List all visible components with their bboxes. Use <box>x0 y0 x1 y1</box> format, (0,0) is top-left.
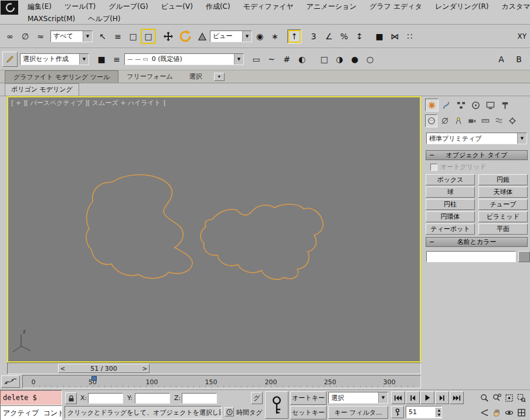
space-warps-category-button[interactable] <box>492 114 505 127</box>
select-and-manipulate-icon[interactable]: ∗ <box>267 29 283 44</box>
time-slider-handle[interactable]: < 51 / 300 > <box>58 364 150 373</box>
menu-maxscript[interactable]: MAXScript(M) <box>21 15 81 23</box>
go-to-start-button[interactable] <box>391 391 405 404</box>
object-name-input[interactable] <box>426 251 516 262</box>
spinner-snap-icon[interactable]: ↕ <box>352 29 367 44</box>
edit-named-selection-sets-button[interactable] <box>2 52 18 67</box>
lights-category-button[interactable] <box>452 114 464 127</box>
layer-list-icon[interactable]: ≡ <box>109 52 124 67</box>
geometry-category-button[interactable] <box>425 114 437 127</box>
percent-snap-icon[interactable]: % <box>337 29 352 44</box>
align-icon[interactable]: ∷ <box>402 29 417 44</box>
bind-to-spacewarp-icon[interactable]: ≈ <box>33 29 48 44</box>
spinner-up-icon[interactable]: ▲ <box>436 408 441 412</box>
perspective-viewport[interactable]: [ + ][ パースペクティブ ][ スムーズ + ハイライト ] z <box>7 96 421 363</box>
menu-customize[interactable]: カスタマイズ(U) <box>495 2 530 12</box>
layer-manager-icon[interactable]: ■ <box>94 52 109 67</box>
grid-setting-clipped-button[interactable]: グ <box>251 392 263 404</box>
ribbon-tab-freeform[interactable]: フリーフォーム <box>118 70 181 83</box>
plane-button[interactable]: 平面 <box>478 223 528 235</box>
z-coordinate-field[interactable] <box>182 393 217 404</box>
box-button[interactable]: ボックス <box>426 174 475 185</box>
cameras-category-button[interactable] <box>466 114 478 127</box>
x-coordinate-field[interactable] <box>88 393 123 404</box>
dropdown-arrow-icon[interactable]: ▼ <box>83 31 92 42</box>
auto-key-button[interactable]: オートキー <box>290 391 327 405</box>
menu-views[interactable]: ビュー(V) <box>155 2 199 12</box>
use-pivot-point-icon[interactable]: ◉ <box>252 29 267 44</box>
polygon-modeling-tab[interactable]: ポリゴン モデリング <box>5 83 79 96</box>
maximize-viewport-toggle[interactable] <box>515 405 527 419</box>
current-frame-marker[interactable] <box>91 376 97 381</box>
menu-modifiers[interactable]: モディファイヤ <box>237 2 300 12</box>
select-and-move-button[interactable] <box>161 29 176 44</box>
rendered-frame-window-icon[interactable]: ◑ <box>332 52 347 67</box>
ribbon-tab-graphite[interactable]: グラファイト モデリング ツール <box>5 70 118 83</box>
named-selection-sets-icon[interactable]: ■ <box>372 29 387 44</box>
zoom-region-button[interactable] <box>515 391 527 405</box>
menu-animation[interactable]: アニメーション <box>300 2 363 12</box>
sphere-button[interactable]: 球 <box>426 187 475 198</box>
select-and-link-icon[interactable]: ∞ <box>2 29 18 44</box>
systems-category-button[interactable] <box>506 114 518 127</box>
material-editor-icon[interactable]: ◐ <box>294 52 310 67</box>
menu-group[interactable]: グループ(G) <box>102 2 155 12</box>
dropdown-arrow-icon[interactable]: ▼ <box>234 54 243 65</box>
cylinder-button[interactable]: 円柱 <box>426 199 475 210</box>
maxscript-listener-line2[interactable]: アクティブ コント <box>0 405 62 420</box>
named-selection-sets-dropdown[interactable]: 選択セット作成 ▼ <box>20 53 89 65</box>
window-crossing-toggle[interactable]: □ <box>141 29 156 44</box>
zoom-extents-button[interactable] <box>503 391 515 405</box>
axis-constraint-clipped-label[interactable]: XY <box>516 32 528 40</box>
create-tab[interactable] <box>425 99 439 111</box>
dropdown-arrow-icon[interactable]: ▼ <box>517 133 526 144</box>
autogrid-checkbox[interactable] <box>430 164 437 171</box>
select-object-icon[interactable]: ↖ <box>95 29 110 44</box>
zoom-all-button[interactable] <box>491 391 502 405</box>
current-frame-field[interactable]: 51 ▲ ▼ <box>406 406 442 418</box>
zoom-button[interactable] <box>478 391 490 405</box>
pyramid-button[interactable]: ピラミッド <box>478 211 528 222</box>
select-and-rotate-button[interactable] <box>176 28 195 45</box>
cone-button[interactable]: 円錐 <box>478 174 528 185</box>
render-production-icon[interactable]: ● <box>347 52 362 67</box>
keyboard-override-toggle[interactable]: ↑ <box>287 29 301 43</box>
utilities-tab[interactable] <box>498 99 512 111</box>
menu-rendering[interactable]: レンダリング(R) <box>429 2 495 12</box>
clipped-button-b[interactable]: B <box>510 52 528 67</box>
select-and-scale-button[interactable] <box>195 29 210 44</box>
y-coordinate-field[interactable] <box>135 393 170 404</box>
reference-coordinate-dropdown[interactable]: ビュー ▼ <box>210 31 252 42</box>
motion-tab[interactable] <box>469 99 483 111</box>
pan-button[interactable] <box>491 405 502 419</box>
ribbon-flyout-button[interactable]: ▾ <box>214 73 225 81</box>
angle-snap-icon[interactable]: ∠ <box>321 29 337 44</box>
time-tag-label[interactable]: 時間タグ <box>236 408 263 417</box>
name-color-rollout-header[interactable]: − 名前とカラー <box>426 237 528 247</box>
menu-tools[interactable]: ツール(T) <box>58 2 102 12</box>
select-by-name-icon[interactable]: ≡ <box>110 29 125 44</box>
time-tag-icon[interactable] <box>225 407 234 416</box>
hierarchy-tab[interactable] <box>454 99 468 111</box>
time-slider-track[interactable]: < 51 / 300 > <box>7 363 421 374</box>
selection-lock-toggle[interactable] <box>65 392 77 404</box>
shapes-category-button[interactable] <box>439 114 451 127</box>
spinner-down-icon[interactable]: ▼ <box>436 412 441 417</box>
mirror-icon[interactable]: ⋈ <box>387 29 402 44</box>
maxscript-listener-line1[interactable]: delete $ <box>0 390 62 405</box>
torus-button[interactable]: 円環体 <box>426 211 475 222</box>
set-keys-button[interactable] <box>265 391 288 419</box>
layer-dropdown[interactable]: — — ▭ 0 (既定値) ▼ <box>124 53 244 65</box>
schematic-view-icon[interactable]: # <box>279 52 294 67</box>
primitive-category-dropdown[interactable]: 標準プリミティブ ▼ <box>426 133 527 144</box>
set-key-button[interactable]: セットキー <box>290 406 327 419</box>
selection-filter-dropdown[interactable]: すべて ▼ <box>50 31 93 42</box>
previous-frame-button[interactable] <box>406 391 420 404</box>
tube-button[interactable]: チューブ <box>478 199 528 210</box>
play-button[interactable] <box>420 391 434 404</box>
menu-create[interactable]: 作成(C) <box>199 2 237 12</box>
dropdown-arrow-icon[interactable]: ▼ <box>378 392 388 403</box>
clipped-button-a[interactable]: A <box>492 52 510 67</box>
key-filters-button[interactable]: キー フィルタ... <box>328 406 388 419</box>
snap-toggle-3d-icon[interactable]: 3 <box>306 29 321 44</box>
